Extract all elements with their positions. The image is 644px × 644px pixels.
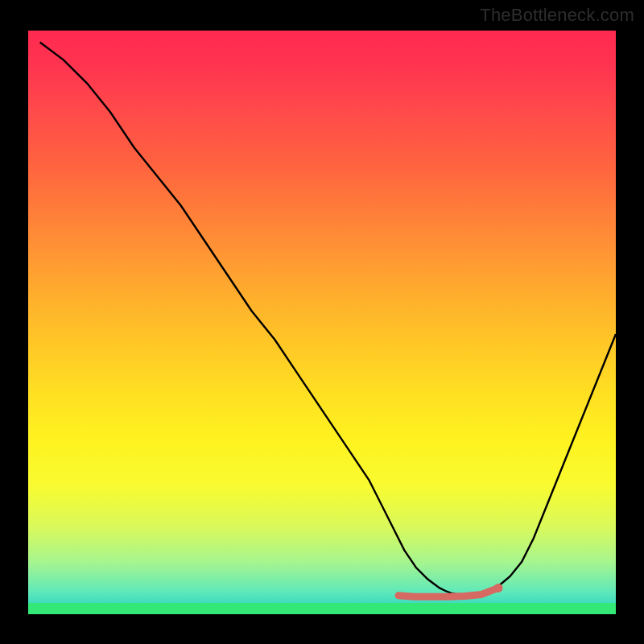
watermark-text: TheBottleneck.com [480, 5, 634, 26]
bottleneck-curve [28, 31, 616, 614]
chart-plot-area [28, 31, 616, 614]
curve-path [40, 43, 616, 597]
highlight-end-dot [494, 584, 503, 592]
